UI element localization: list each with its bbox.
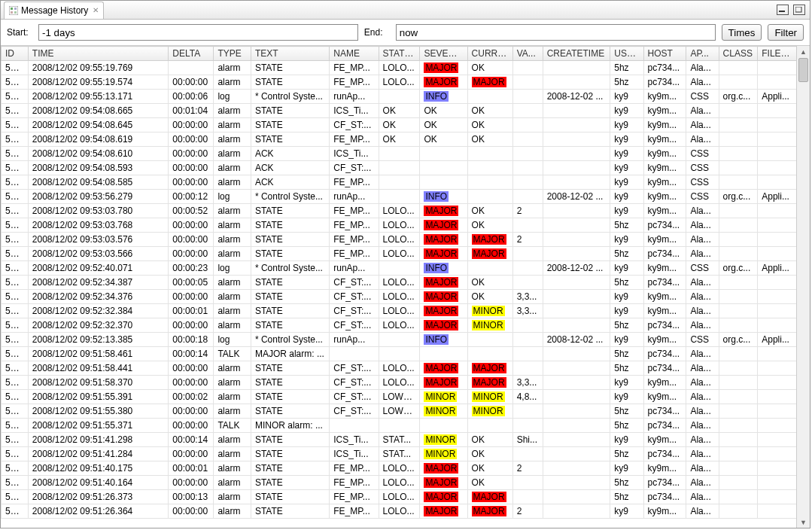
column-header-name[interactable]: NAME (330, 47, 379, 61)
table-row[interactable]: 592952008/12/02 09:51:58.44100:00:00alar… (2, 361, 797, 376)
table-row[interactable]: 593152008/12/02 09:55:19.57400:00:00alar… (2, 75, 797, 90)
cell-time: 2008/12/02 09:54:08.585 (28, 175, 169, 190)
column-header-filen[interactable]: FILEN... (758, 47, 797, 61)
cell-app: Ala... (686, 390, 719, 404)
column-header-user[interactable]: USER (610, 47, 643, 61)
cell-app: CSS (686, 161, 719, 175)
cell-severity: MINOR (420, 447, 467, 461)
times-button[interactable]: Times (722, 24, 762, 41)
table-row[interactable]: 592992008/12/02 09:52:32.38400:00:01alar… (2, 304, 797, 318)
cell-time: 2008/12/02 09:55:13.171 (28, 90, 169, 104)
table-row[interactable]: 593082008/12/02 09:54:08.58500:00:00alar… (2, 175, 797, 190)
cell-severity (420, 161, 467, 175)
cell-filen (758, 276, 797, 290)
table-row[interactable]: 593012008/12/02 09:52:34.38700:00:05alar… (2, 276, 797, 290)
column-header-severity[interactable]: SEVERI... (420, 47, 467, 61)
severity-badge: INFO (424, 263, 449, 273)
table-row[interactable]: 592932008/12/02 09:51:55.39100:00:02alar… (2, 390, 797, 404)
table-row[interactable]: 593162008/12/02 09:55:19.769alarmSTATEFE… (2, 61, 797, 75)
column-header-delta[interactable]: DELTA (169, 47, 214, 61)
table-row[interactable]: 592912008/12/02 09:51:55.37100:00:00TALK… (2, 419, 797, 433)
table-row[interactable]: 592962008/12/02 09:51:58.46100:00:14TALK… (2, 347, 797, 361)
table-row[interactable]: 592972008/12/02 09:52:13.38500:00:18log*… (2, 333, 797, 347)
table-row[interactable]: 593142008/12/02 09:55:13.17100:00:06log*… (2, 90, 797, 104)
table-row[interactable]: 593052008/12/02 09:53:03.76800:00:00alar… (2, 218, 797, 233)
table-row[interactable]: 593072008/12/02 09:53:56.27900:00:12log*… (2, 190, 797, 204)
column-header-class[interactable]: CLASS (719, 47, 758, 61)
severity-badge: INFO (424, 191, 449, 202)
column-header-app[interactable]: AP... (686, 47, 719, 61)
table-row[interactable]: 593112008/12/02 09:54:08.61900:00:00alar… (2, 132, 797, 147)
table-row[interactable]: 593062008/12/02 09:53:03.78000:00:52alar… (2, 204, 797, 218)
cell-createtime (543, 433, 610, 447)
column-header-text[interactable]: TEXT (251, 47, 329, 61)
cell-value (512, 218, 543, 233)
cell-severity: INFO (420, 261, 467, 276)
cell-user: ky9 (610, 147, 643, 161)
cell-delta: 00:00:18 (169, 333, 214, 347)
tab-message-history[interactable]: Message History ✕ (4, 2, 104, 19)
cell-id: 59302 (2, 261, 29, 276)
cell-text: STATE (251, 276, 329, 290)
end-input[interactable] (396, 24, 716, 41)
table-row[interactable]: 593022008/12/02 09:52:40.07100:00:23log*… (2, 261, 797, 276)
column-header-type[interactable]: TYPE (214, 47, 251, 61)
table-row[interactable]: 592862008/12/02 09:51:26.37300:00:13alar… (2, 490, 797, 504)
cell-delta: 00:00:00 (169, 132, 214, 147)
filter-button[interactable]: Filter (768, 24, 804, 41)
cell-app: Ala... (686, 347, 719, 361)
cell-status: LOW_... (379, 390, 420, 404)
table-row[interactable]: 593002008/12/02 09:52:34.37600:00:00alar… (2, 290, 797, 304)
scroll-thumb[interactable] (798, 58, 808, 82)
svg-rect-2 (14, 8, 17, 10)
table-row[interactable]: 593042008/12/02 09:53:03.57600:00:00alar… (2, 233, 797, 247)
table-row[interactable]: 593092008/12/02 09:54:08.59300:00:00alar… (2, 161, 797, 175)
vertical-scrollbar[interactable]: ▲ ▼ (796, 46, 810, 528)
cell-text: STATE (251, 361, 329, 376)
column-header-current[interactable]: CURRE... (467, 47, 512, 61)
cell-time: 2008/12/02 09:53:03.566 (28, 247, 169, 261)
cell-value: 2 (512, 461, 543, 476)
cell-id: 59309 (2, 161, 29, 175)
cell-text: STATE (251, 318, 329, 333)
cell-type: alarm (214, 175, 251, 190)
cell-status: OK (379, 132, 420, 147)
cell-filen (758, 161, 797, 175)
table-row[interactable]: 592902008/12/02 09:51:41.29800:00:14alar… (2, 433, 797, 447)
column-header-id[interactable]: ID (2, 47, 29, 61)
cell-time: 2008/12/02 09:51:58.441 (28, 361, 169, 376)
column-header-status[interactable]: STATUS (379, 47, 420, 61)
table-row[interactable]: 592872008/12/02 09:51:40.16400:00:00alar… (2, 476, 797, 490)
minimize-button[interactable] (777, 5, 789, 15)
table-row[interactable]: 592852008/12/02 09:51:26.36400:00:00alar… (2, 504, 797, 519)
close-icon[interactable]: ✕ (93, 6, 99, 14)
cell-current: OK (467, 118, 512, 132)
cell-host: pc734... (643, 447, 686, 461)
table-row[interactable]: 592882008/12/02 09:51:40.17500:00:01alar… (2, 461, 797, 476)
table-row[interactable]: 593122008/12/02 09:54:08.64500:00:00alar… (2, 118, 797, 132)
cell-createtime (543, 218, 610, 233)
maximize-button[interactable] (793, 5, 805, 15)
column-header-host[interactable]: HOST (643, 47, 686, 61)
column-header-time[interactable]: TIME (28, 47, 169, 61)
cell-app: CSS (686, 190, 719, 204)
table-row[interactable]: 592982008/12/02 09:52:32.37000:00:00alar… (2, 318, 797, 333)
table-row[interactable]: 593032008/12/02 09:53:03.56600:00:00alar… (2, 247, 797, 261)
cell-host: ky9m... (643, 175, 686, 190)
cell-app: Ala... (686, 132, 719, 147)
table-row[interactable]: 593102008/12/02 09:54:08.61000:00:00alar… (2, 147, 797, 161)
severity-badge: MINOR (424, 406, 457, 416)
cell-value (512, 147, 543, 161)
column-header-value[interactable]: VA... (512, 47, 543, 61)
cell-id: 59291 (2, 419, 29, 433)
cell-app: Ala... (686, 476, 719, 490)
scroll-down-arrow[interactable]: ▼ (797, 516, 810, 528)
column-header-createtime[interactable]: CREATETIME (543, 47, 610, 61)
table-row[interactable]: 592892008/12/02 09:51:41.28400:00:00alar… (2, 447, 797, 461)
table-row[interactable]: 593132008/12/02 09:54:08.66500:01:04alar… (2, 104, 797, 118)
table-row[interactable]: 592922008/12/02 09:51:55.38000:00:00alar… (2, 404, 797, 419)
table-row[interactable]: 592942008/12/02 09:51:58.37000:00:00alar… (2, 376, 797, 390)
scroll-up-arrow[interactable]: ▲ (797, 46, 810, 57)
start-input[interactable] (38, 24, 358, 41)
cell-severity: MAJOR (420, 304, 467, 318)
